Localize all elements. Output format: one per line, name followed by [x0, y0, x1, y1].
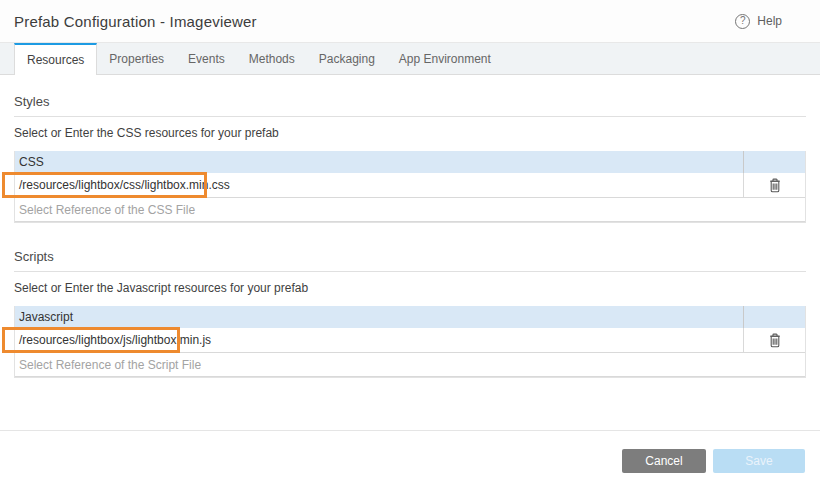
styles-section: Styles Select or Enter the CSS resources…	[14, 94, 806, 223]
help-label: Help	[757, 14, 782, 28]
resources-panel: Styles Select or Enter the CSS resources…	[0, 94, 820, 378]
js-table-header-row: Javascript	[15, 306, 805, 328]
save-button[interactable]: Save	[713, 449, 805, 473]
trash-icon	[768, 332, 782, 348]
delete-css-resource-button[interactable]	[743, 173, 805, 197]
js-reference-input-row: Select Reference of the Script File	[15, 353, 805, 377]
js-reference-input[interactable]: Select Reference of the Script File	[15, 353, 805, 376]
scripts-description: Select or Enter the Javascript resources…	[14, 281, 806, 295]
tab-resources[interactable]: Resources	[14, 43, 97, 75]
styles-heading: Styles	[14, 94, 806, 117]
css-resources-table: CSS /resources/lightbox/css/lightbox.min…	[14, 151, 806, 223]
title-bar: Prefab Configuration - Imageviewer ? Hel…	[0, 0, 820, 42]
page-title: Prefab Configuration - Imageviewer	[14, 13, 257, 30]
scripts-section: Scripts Select or Enter the Javascript r…	[14, 249, 806, 378]
css-resource-value: /resources/lightbox/css/lightbox.min.css	[19, 178, 230, 192]
tab-app-environment[interactable]: App Environment	[387, 43, 503, 74]
help-icon: ?	[735, 14, 750, 29]
cancel-button[interactable]: Cancel	[622, 449, 706, 473]
trash-icon	[768, 177, 782, 193]
tab-methods[interactable]: Methods	[237, 43, 307, 74]
css-column-header: CSS	[15, 151, 743, 173]
css-reference-input[interactable]: Select Reference of the CSS File	[15, 198, 805, 221]
footer-bar: Cancel Save	[0, 430, 820, 491]
tab-packaging[interactable]: Packaging	[307, 43, 387, 74]
tab-properties[interactable]: Properties	[97, 43, 176, 74]
js-resources-table: Javascript /resources/lightbox/js/lightb…	[14, 306, 806, 378]
js-resource-row: /resources/lightbox/js/lightbox.min.js	[15, 328, 805, 353]
tab-bar: Resources Properties Events Methods Pack…	[0, 42, 820, 75]
css-reference-input-row: Select Reference of the CSS File	[15, 198, 805, 222]
js-resource-path[interactable]: /resources/lightbox/js/lightbox.min.js	[15, 328, 743, 352]
css-table-header-row: CSS	[15, 151, 805, 173]
js-action-column-header	[743, 306, 805, 328]
css-action-column-header	[743, 151, 805, 173]
css-resource-path[interactable]: /resources/lightbox/css/lightbox.min.css	[15, 173, 743, 197]
js-column-header: Javascript	[15, 306, 743, 328]
tab-events[interactable]: Events	[176, 43, 237, 74]
delete-js-resource-button[interactable]	[743, 328, 805, 352]
scripts-heading: Scripts	[14, 249, 806, 272]
css-resource-row: /resources/lightbox/css/lightbox.min.css	[15, 173, 805, 198]
js-resource-value: /resources/lightbox/js/lightbox.min.js	[19, 333, 211, 347]
help-link[interactable]: ? Help	[735, 14, 782, 29]
styles-description: Select or Enter the CSS resources for yo…	[14, 126, 806, 140]
